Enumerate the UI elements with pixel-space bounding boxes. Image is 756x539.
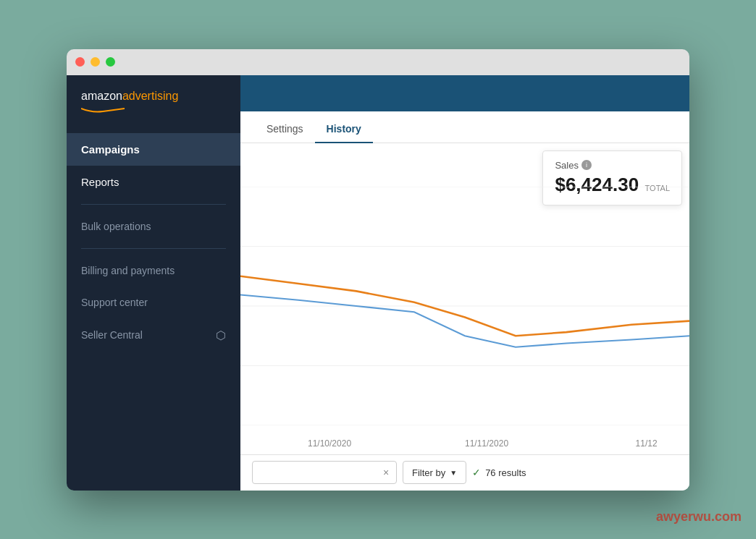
filter-input[interactable] (259, 467, 380, 478)
tab-history[interactable]: History (315, 116, 373, 143)
sidebar-item-campaigns-label: Campaigns (81, 143, 140, 156)
logo-advertising-text: advertising (122, 90, 178, 102)
sales-label-text: Sales (555, 160, 579, 171)
sidebar-item-reports[interactable]: Reports (67, 166, 240, 198)
sales-label: Sales i (555, 160, 670, 171)
results-badge: ✓ 76 results (472, 467, 526, 478)
bottom-bar: × Filter by ▼ ✓ 76 results (240, 454, 689, 491)
sidebar-item-seller-central[interactable]: Seller Central ⬡ (67, 318, 240, 352)
chart-svg (240, 187, 689, 425)
close-button[interactable] (75, 57, 85, 67)
blue-line (240, 294, 689, 347)
sales-info-icon: i (581, 160, 592, 170)
sidebar-item-campaigns[interactable]: Campaigns (67, 133, 240, 166)
sidebar-item-support[interactable]: Support center (67, 287, 240, 318)
clear-filter-button[interactable]: × (380, 465, 392, 480)
filter-by-chevron-icon: ▼ (450, 469, 457, 477)
minimize-button[interactable] (91, 57, 100, 67)
x-label-0: 11/10/2020 (308, 438, 351, 449)
logo-amazon-text: amazon (81, 90, 122, 102)
sidebar-item-support-label: Support center (81, 297, 148, 308)
logo-smile-icon (81, 107, 125, 113)
tab-settings[interactable]: Settings (255, 116, 315, 143)
filter-by-label: Filter by (412, 467, 445, 478)
sidebar-item-bulk-operations[interactable]: Bulk operations (67, 211, 240, 242)
logo-area: amazonadvertising (67, 90, 240, 133)
app-window: amazonadvertising Campaigns Reports Bulk… (67, 49, 689, 491)
x-label-1: 11/11/2020 (465, 438, 508, 449)
x-label-2: 11/12 (636, 438, 658, 449)
x-axis-labels: 11/10/2020 11/11/2020 11/12 (240, 433, 689, 454)
results-count: 76 results (485, 467, 526, 478)
tab-history-label: History (327, 123, 361, 135)
sidebar-item-bulk-operations-label: Bulk operations (81, 221, 151, 232)
window-body: amazonadvertising Campaigns Reports Bulk… (67, 75, 689, 491)
nav-section-tertiary: Billing and payments Support center Sell… (67, 255, 240, 352)
tabs-bar: Settings History (240, 111, 689, 143)
filter-by-button[interactable]: Filter by ▼ (403, 461, 466, 484)
chart-container: × Sales i $6,424.30 TOTAL (240, 143, 689, 454)
external-link-icon: ⬡ (216, 328, 226, 342)
chart-svg-wrapper (240, 187, 689, 425)
nav-divider-2 (81, 248, 226, 249)
check-icon: ✓ (472, 467, 481, 478)
nav-divider-1 (81, 204, 226, 205)
tab-settings-label: Settings (266, 123, 303, 135)
maximize-button[interactable] (106, 57, 115, 67)
logo: amazonadvertising (81, 90, 226, 103)
watermark: awyerwu.com (656, 509, 742, 525)
sidebar: amazonadvertising Campaigns Reports Bulk… (67, 75, 240, 491)
nav-section-secondary: Bulk operations (67, 211, 240, 242)
titlebar (67, 49, 689, 75)
sidebar-item-billing[interactable]: Billing and payments (67, 255, 240, 287)
main-content: Settings History × Sales i $6,424.3 (240, 75, 689, 491)
nav-section-primary: Campaigns Reports (67, 133, 240, 198)
sidebar-item-billing-label: Billing and payments (81, 265, 175, 276)
sidebar-item-reports-label: Reports (81, 176, 119, 188)
filter-input-wrapper: × (252, 461, 397, 484)
top-bar (240, 75, 689, 111)
sidebar-item-seller-central-label: Seller Central (81, 329, 143, 341)
